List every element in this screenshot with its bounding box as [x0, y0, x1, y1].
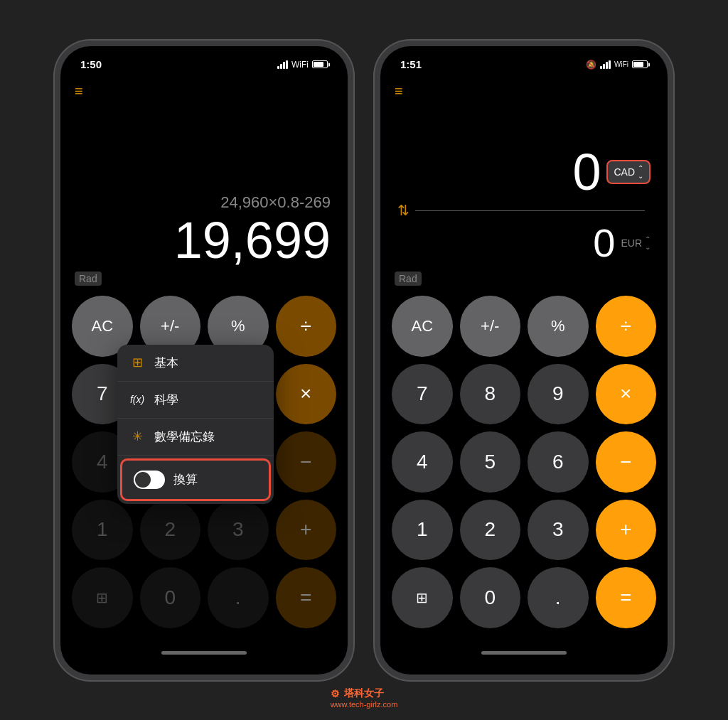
dropdown-item-basic[interactable]: ⊞ 基本: [117, 345, 274, 382]
page-container: 1:50 WiFi ≡: [0, 0, 728, 720]
toggle-knob: [135, 472, 151, 488]
home-indicator-right: [392, 640, 656, 675]
btn-plus-left[interactable]: +: [276, 500, 337, 561]
btn-9-right[interactable]: 9: [528, 364, 589, 425]
menu-icon-right[interactable]: ≡: [395, 83, 403, 99]
bottom-currency-row: 0 EUR ⌃⌄: [392, 220, 656, 266]
btn-dot-right[interactable]: .: [528, 567, 589, 628]
menu-bar-left[interactable]: ≡: [72, 77, 336, 105]
btn-divide-left[interactable]: ÷: [276, 296, 337, 357]
watermark-icon: ⚙: [331, 688, 340, 699]
btn-5-right[interactable]: 5: [460, 431, 521, 493]
time-left: 1:50: [80, 58, 102, 70]
watermark-url: www.tech-girlz.com: [331, 700, 398, 709]
top-currency-value: 0: [572, 146, 601, 198]
rad-badge-right: Rad: [395, 272, 422, 286]
science-label: 科學: [154, 392, 178, 408]
btn-multiply-left[interactable]: ×: [276, 364, 337, 425]
btn-grid-right[interactable]: ⊞: [392, 567, 453, 628]
btn-0-left[interactable]: 0: [140, 567, 201, 628]
btn-plus-right[interactable]: +: [596, 500, 657, 561]
eur-chevron: ⌃⌄: [645, 235, 651, 251]
btn-3-right[interactable]: 3: [528, 500, 589, 561]
display-area-left: 24,960×0.8-269 19,699: [72, 105, 336, 272]
cad-chevron: ⌃⌄: [638, 164, 643, 180]
convert-toggle[interactable]: [134, 471, 165, 489]
btn-minus-left[interactable]: −: [276, 431, 337, 493]
home-indicator-left: [72, 640, 336, 675]
time-right: 1:51: [400, 58, 422, 70]
memo-icon: ✳: [129, 429, 146, 444]
eur-badge[interactable]: EUR ⌃⌄: [621, 235, 651, 251]
btn-3-left[interactable]: 3: [208, 500, 269, 561]
btn-percent-right[interactable]: %: [528, 296, 589, 357]
bottom-currency-value: 0: [593, 223, 615, 263]
menu-bar-right[interactable]: ≡: [392, 77, 656, 105]
btn-equals-left[interactable]: =: [276, 567, 337, 628]
dynamic-island-left: [165, 53, 243, 76]
btn-1-left[interactable]: 1: [72, 500, 133, 561]
expression-left: 24,960×0.8-269: [72, 193, 336, 212]
btn-0-right[interactable]: 0: [460, 567, 521, 628]
memo-label: 數學備忘錄: [154, 429, 215, 445]
watermark: ⚙ 塔科女子: [331, 687, 398, 700]
btn-4-right[interactable]: 4: [392, 431, 453, 493]
btn-grid-left[interactable]: ⊞: [72, 567, 133, 628]
eur-label: EUR: [621, 237, 642, 249]
result-left: 19,699: [72, 215, 336, 266]
status-icons-right: 🔕 WiFi: [586, 60, 648, 70]
btn-1-right[interactable]: 1: [392, 500, 453, 561]
watermark-text: 塔科女子: [344, 687, 384, 700]
cad-label: CAD: [614, 166, 635, 178]
status-icons-left: WiFi: [277, 60, 328, 70]
power-button: [348, 153, 350, 203]
calc-content-right: ≡ 0 CAD ⌃⌄ ⇅: [380, 77, 668, 675]
science-icon: f(x): [129, 394, 146, 405]
basic-icon: ⊞: [129, 355, 146, 370]
dropdown-item-science[interactable]: f(x) 科學: [117, 382, 274, 419]
cad-badge[interactable]: CAD ⌃⌄: [606, 160, 651, 184]
menu-icon-left[interactable]: ≡: [75, 83, 83, 99]
buttons-grid-right: AC +/- % ÷ 7 8 9 × 4 5 6 − 1 2 3 + ⊞: [392, 296, 656, 640]
btn-dot-left[interactable]: .: [208, 567, 269, 628]
btn-minus-right[interactable]: −: [596, 431, 657, 493]
wifi-icon-left: WiFi: [291, 60, 309, 70]
btn-plusminus-right[interactable]: +/-: [460, 296, 521, 357]
btn-8-right[interactable]: 8: [460, 364, 521, 425]
battery-icon-left: [312, 60, 328, 68]
btn-ac-right[interactable]: AC: [392, 296, 453, 357]
phone-right-screen: 1:51 🔕 WiFi: [380, 46, 668, 675]
btn-divide-right[interactable]: ÷: [596, 296, 657, 357]
btn-equals-right[interactable]: =: [596, 567, 657, 628]
btn-6-right[interactable]: 6: [528, 431, 589, 493]
btn-2-right[interactable]: 2: [460, 500, 521, 561]
toggle-label: 換算: [173, 471, 198, 488]
top-currency-row: 0 CAD ⌃⌄: [392, 144, 656, 200]
phone-left-screen: 1:50 WiFi ≡: [60, 46, 348, 675]
btn-2-left[interactable]: 2: [140, 500, 201, 561]
currency-display: 0 CAD ⌃⌄ ⇅ 0 E: [392, 105, 656, 272]
dropdown-item-memo[interactable]: ✳ 數學備忘錄: [117, 419, 274, 456]
dropdown-menu: ⊞ 基本 f(x) 科學 ✳ 數學備忘錄 換算: [117, 345, 274, 504]
btn-multiply-right[interactable]: ×: [596, 364, 657, 425]
signal-icon-left: [277, 60, 288, 69]
rad-badge-left: Rad: [75, 272, 102, 286]
phone-right: 1:51 🔕 WiFi: [375, 41, 673, 680]
btn-7-right[interactable]: 7: [392, 364, 453, 425]
signal-icon-right: [600, 60, 611, 69]
basic-label: 基本: [154, 355, 178, 371]
wifi-icon-right: WiFi: [614, 60, 628, 68]
battery-icon-right: [632, 60, 648, 68]
dynamic-island-right: [485, 53, 563, 76]
toggle-row[interactable]: 換算: [120, 458, 271, 501]
power-button-right: [668, 153, 670, 203]
phone-left: 1:50 WiFi ≡: [55, 41, 353, 680]
swap-icon[interactable]: ⇅: [397, 202, 410, 219]
mute-icon: 🔕: [586, 60, 596, 70]
